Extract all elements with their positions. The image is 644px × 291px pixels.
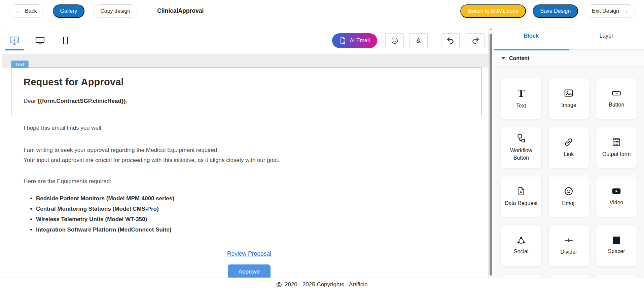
exit-arrow-icon: →	[622, 8, 628, 14]
copy-design-button[interactable]: Copy design	[93, 4, 137, 18]
view-tab-mobile[interactable]	[56, 27, 76, 54]
copyright-icon: ©	[276, 281, 281, 288]
emoji-block-icon	[564, 186, 573, 196]
right-sidebar: Block Layer Content T Text Image	[494, 22, 644, 278]
block-card-button[interactable]: Button	[596, 78, 637, 119]
divider-block-icon	[564, 236, 573, 245]
svg-text:AI: AI	[343, 42, 345, 44]
block-card-link[interactable]: Link	[548, 127, 589, 168]
content-section-label: Content	[509, 55, 529, 61]
top-bar: ← Back Gallery Copy design ClinicalAppro…	[0, 0, 644, 22]
video-block-icon	[612, 187, 621, 195]
mobile-view-icon	[62, 36, 70, 45]
scrollbar-thumb[interactable]	[490, 34, 492, 276]
equipment-item: Central Monitoring Stations (Model CMS-P…	[36, 204, 475, 214]
image-block-icon	[564, 88, 573, 98]
smiley-icon	[391, 37, 398, 44]
exit-design-button[interactable]: Exit Design →	[585, 4, 635, 18]
redo-icon	[471, 37, 480, 44]
workflow-button-block-icon	[516, 134, 526, 143]
ai-document-icon: AI	[339, 37, 346, 44]
scrollbar-up-arrow-icon[interactable]: ▲	[489, 27, 493, 31]
block-card-partial[interactable]	[548, 274, 589, 278]
tab-layer[interactable]: Layer	[569, 22, 644, 50]
output-form-block-icon	[612, 137, 621, 147]
button-block-icon	[612, 89, 621, 97]
editor-view-icon	[9, 36, 20, 45]
block-card-partial[interactable]	[596, 274, 637, 278]
block-card-text[interactable]: T Text	[501, 78, 542, 119]
equipment-item: Integration Software Platform (MedConnec…	[36, 224, 475, 235]
footer-text: 2020 - 2025 Copyrights - Artificio	[285, 281, 368, 288]
desktop-view-icon	[35, 36, 45, 45]
paragraph: Here are the Equipments required:	[24, 176, 475, 186]
view-tab-editor[interactable]	[4, 27, 25, 54]
back-button[interactable]: ← Back	[9, 4, 44, 18]
email-canvas[interactable]: Text Request for Approval Dear {{form.Co…	[2, 54, 488, 278]
block-card-video[interactable]: Video	[596, 176, 637, 217]
social-block-icon	[517, 236, 526, 244]
editor-toolbar: AI AI Email &	[2, 27, 488, 54]
switch-mjml-button[interactable]: Switch to MJML code	[460, 4, 526, 18]
link-block-icon	[564, 137, 573, 147]
sidebar-tabs: Block Layer	[494, 22, 644, 50]
design-title: ClinicalApproval	[157, 7, 204, 14]
block-card-workflow-button[interactable]: Workflow Button	[501, 127, 542, 168]
view-tab-desktop[interactable]	[30, 27, 50, 54]
chevron-down-icon[interactable]	[501, 57, 505, 59]
block-palette: T Text Image Button	[494, 67, 644, 278]
text-block-icon: T	[517, 88, 525, 98]
equipment-item: Bedside Patient Monitors (Model MPM-4000…	[36, 193, 475, 204]
paragraph: Your input and approval are crucial for …	[24, 155, 475, 165]
content-section-header[interactable]: Content	[494, 50, 644, 67]
merge-tag-button[interactable]: &	[409, 33, 428, 48]
tab-block[interactable]: Block	[494, 22, 569, 50]
email-body: I hope this email finds you well. I am w…	[2, 116, 488, 278]
block-card-social[interactable]: Social	[501, 225, 542, 266]
redo-button[interactable]	[466, 33, 485, 48]
merge-variable: {{form.ContractSGP.clinicHead}}	[38, 98, 126, 104]
block-card-output-form[interactable]: Output form	[596, 127, 637, 168]
block-card-emoji[interactable]: Emoji	[548, 176, 589, 217]
email-editor-panel: AI AI Email &	[2, 27, 489, 278]
block-card-image[interactable]: Image	[548, 78, 589, 119]
equipment-list: Bedside Patient Monitors (Model MPM-4000…	[36, 193, 475, 235]
undo-icon	[446, 37, 455, 44]
gallery-button[interactable]: Gallery	[53, 4, 85, 18]
block-card-spacer[interactable]: Spacer	[596, 225, 637, 266]
email-heading: Request for Approval	[24, 77, 469, 88]
footer: © 2020 - 2025 Copyrights - Artificio	[0, 278, 644, 291]
salutation-line: Dear {{form.ContractSGP.clinicHead}},	[24, 98, 469, 105]
block-type-tag: Text	[11, 60, 29, 68]
undo-button[interactable]	[441, 33, 460, 48]
emoji-picker-button[interactable]	[385, 33, 404, 48]
canvas-scrollbar[interactable]: ▲	[489, 27, 493, 278]
ampersand-label: &	[416, 37, 421, 44]
save-design-button[interactable]: Save Design	[533, 4, 578, 18]
block-card-data-request[interactable]: Data Request	[501, 176, 542, 217]
block-card-partial[interactable]	[501, 274, 542, 278]
paragraph: I am writing to seek your approval regar…	[24, 145, 475, 155]
back-arrow-icon: ←	[16, 8, 22, 14]
email-sheet: Text Request for Approval Dear {{form.Co…	[2, 68, 488, 278]
approve-button[interactable]: Approve	[228, 264, 271, 278]
spacer-block-icon	[613, 237, 620, 244]
data-request-block-icon	[517, 186, 526, 196]
equipment-item: Wireless Telemetry Units (Model WT-350)	[36, 214, 475, 224]
review-proposal-link[interactable]: Review Proposal	[24, 250, 475, 257]
ai-email-button[interactable]: AI AI Email	[332, 33, 377, 48]
block-card-divider[interactable]: Divider	[548, 225, 589, 266]
paragraph: I hope this email finds you well.	[24, 123, 475, 133]
selected-text-block[interactable]: Text Request for Approval Dear {{form.Co…	[11, 68, 481, 116]
back-label: Back	[25, 8, 37, 14]
